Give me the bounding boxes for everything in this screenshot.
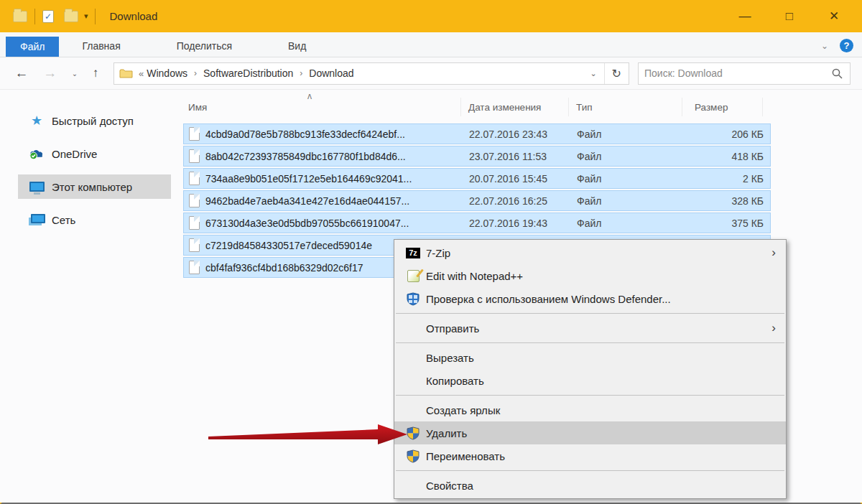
file-icon — [189, 127, 200, 141]
breadcrumb[interactable]: « Windows › SoftwareDistribution › Downl… — [113, 62, 629, 85]
menu-item-cut[interactable]: Вырезать — [394, 346, 786, 369]
sidebar-item-this-pc[interactable]: Этот компьютер — [18, 174, 171, 199]
forward-icon[interactable]: → — [43, 65, 57, 81]
menu-item-label: Edit with Notepad++ — [426, 270, 776, 282]
file-icon — [189, 149, 200, 163]
menu-separator — [396, 313, 784, 314]
network-icon — [29, 215, 45, 225]
column-header-date[interactable]: Дата изменения — [461, 98, 569, 116]
new-folder-icon[interactable] — [64, 11, 78, 22]
submenu-arrow-icon: › — [771, 246, 776, 260]
file-icon — [189, 261, 200, 274]
window-title: Download — [110, 10, 158, 22]
breadcrumb-overflow[interactable]: « — [139, 68, 144, 79]
breadcrumb-separator-icon[interactable]: › — [194, 68, 197, 78]
defender-shield-icon — [407, 292, 420, 306]
ribbon-tab-strip: Файл Главная Поделиться Вид ⌄ ? — [0, 32, 862, 57]
refresh-icon[interactable]: ↻ — [605, 63, 629, 84]
annotation-arrow — [205, 424, 410, 447]
menu-item-label: Переименовать — [426, 450, 776, 462]
computer-icon — [29, 182, 45, 192]
table-row[interactable]: 9462bad4e7aeb4a341e427e16d4ae044157... 2… — [183, 190, 771, 211]
column-header-type[interactable]: Тип — [569, 98, 682, 116]
customize-qat-icon[interactable]: ▾ — [84, 11, 88, 21]
collapse-ribbon-icon[interactable]: ⌄ — [821, 41, 828, 51]
recent-locations-icon[interactable]: ⌄ — [72, 70, 78, 78]
breadcrumb-item-softwaredistribution[interactable]: SoftwareDistribution — [203, 67, 293, 79]
column-header-size[interactable]: Размер — [682, 98, 763, 116]
menu-item-label: Копировать — [426, 375, 776, 387]
navigation-buttons: ← → ⌄ ↑ — [0, 65, 113, 81]
file-size: 375 КБ — [690, 218, 764, 229]
onedrive-cloud-icon — [29, 148, 45, 160]
close-button[interactable]: ✕ — [812, 0, 856, 32]
tab-share[interactable]: Поделиться — [164, 37, 245, 57]
sidebar-item-quick-access[interactable]: ★ Быстрый доступ — [18, 108, 171, 133]
sidebar-item-label: OneDrive — [52, 148, 97, 160]
file-type: Файл — [577, 195, 690, 207]
file-name: 4cbd9a0d78e5b788bc913fe33decf6424ebf... — [205, 129, 469, 140]
column-header-name[interactable]: Имя — [176, 98, 461, 116]
menu-separator — [396, 395, 784, 396]
back-icon[interactable]: ← — [15, 65, 29, 81]
breadcrumb-item-download[interactable]: Download — [309, 67, 353, 79]
tab-file[interactable]: Файл — [6, 37, 59, 57]
help-icon[interactable]: ? — [840, 39, 853, 52]
menu-item-edit-notepad[interactable]: Edit with Notepad++ — [394, 264, 786, 287]
column-headers: Имя Дата изменения Тип Размер — [176, 93, 862, 121]
tab-view[interactable]: Вид — [275, 37, 319, 57]
file-type: Файл — [577, 151, 690, 162]
menu-item-label: Свойства — [426, 480, 776, 492]
minimize-button[interactable]: — — [723, 0, 767, 32]
file-type: Файл — [577, 218, 690, 229]
sort-ascending-icon[interactable]: ʌ — [307, 91, 312, 101]
sidebar-item-network[interactable]: Сеть — [18, 207, 171, 232]
submenu-arrow-icon: › — [771, 321, 776, 335]
menu-item-defender-scan[interactable]: Проверка с использованием Windows Defend… — [394, 287, 786, 310]
file-name: 9462bad4e7aeb4a341e427e16d4ae044157... — [205, 195, 469, 207]
menu-separator — [396, 342, 784, 343]
sidebar-item-onedrive[interactable]: OneDrive — [18, 141, 171, 166]
explorer-folder-icon — [13, 11, 27, 22]
qat-divider — [95, 9, 96, 24]
table-row[interactable]: 673130d4a3e3e0d5bdb97055bc661910047... 2… — [183, 213, 771, 233]
menu-item-label: Отправить — [426, 322, 771, 335]
address-bar-row: ← → ⌄ ↑ « Windows › SoftwareDistribution… — [0, 57, 862, 90]
properties-icon[interactable]: ✓ — [42, 10, 54, 23]
file-icon — [189, 194, 200, 207]
menu-item-create-shortcut[interactable]: Создать ярлык — [394, 398, 786, 421]
file-type: Файл — [577, 129, 690, 140]
file-size: 2 КБ — [690, 173, 764, 185]
quick-access-toolbar: ✓ ▾ — [0, 9, 103, 24]
file-icon — [189, 238, 200, 252]
menu-item-properties[interactable]: Свойства — [394, 474, 786, 497]
search-box — [638, 62, 851, 85]
menu-item-delete[interactable]: Удалить — [394, 421, 786, 444]
file-icon — [189, 172, 200, 185]
menu-item-7zip[interactable]: 7z 7-Zip › — [394, 241, 786, 264]
table-row[interactable]: 8ab042c72393785849dbc167780f1bd84d6... 2… — [183, 146, 771, 167]
address-history-icon[interactable]: ⌄ — [583, 63, 604, 84]
7zip-icon: 7z — [406, 248, 420, 258]
search-input[interactable] — [639, 67, 832, 79]
menu-item-label: Проверка с использованием Windows Defend… — [426, 293, 776, 305]
maximize-button[interactable]: □ — [767, 0, 812, 32]
menu-item-copy[interactable]: Копировать — [394, 369, 786, 392]
tab-home[interactable]: Главная — [69, 37, 133, 57]
up-icon[interactable]: ↑ — [93, 66, 99, 80]
sidebar-item-label: Сеть — [52, 214, 75, 226]
explorer-window: ✓ ▾ Download — □ ✕ Файл Главная Поделить… — [0, 0, 862, 504]
breadcrumb-folder-icon — [119, 68, 133, 79]
file-size: 418 КБ — [690, 151, 764, 162]
menu-item-label: Вырезать — [426, 352, 776, 364]
uac-shield-icon — [407, 449, 420, 463]
file-size: 328 КБ — [690, 195, 764, 207]
table-row[interactable]: 734aa8e9b051e05f1712e5eb164469c92041... … — [183, 168, 771, 189]
menu-item-rename[interactable]: Переименовать — [394, 444, 786, 467]
table-row[interactable]: 4cbd9a0d78e5b788bc913fe33decf6424ebf... … — [183, 123, 771, 144]
breadcrumb-separator-icon[interactable]: › — [300, 68, 302, 78]
menu-item-label: Создать ярлык — [426, 404, 776, 416]
menu-item-send-to[interactable]: Отправить › — [394, 317, 786, 340]
breadcrumb-item-windows[interactable]: Windows — [147, 67, 187, 79]
search-icon[interactable] — [832, 68, 843, 79]
